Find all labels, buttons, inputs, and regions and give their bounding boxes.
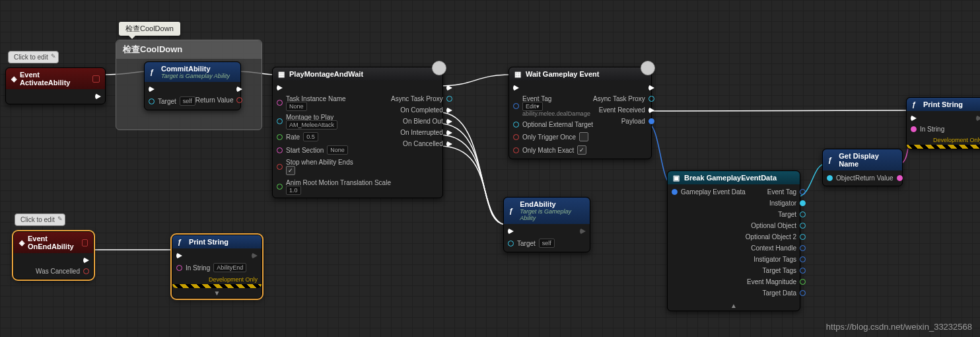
exec-out-pin[interactable] <box>976 115 980 122</box>
exec-in-pin[interactable] <box>911 115 917 122</box>
pin-once[interactable] <box>513 134 519 140</box>
pin-anim[interactable] <box>277 184 283 190</box>
pin-instring[interactable] <box>176 265 182 271</box>
pin-section[interactable] <box>277 147 283 153</box>
node-break[interactable]: ▣Break GameplayEventData Gameplay Event … <box>667 170 800 311</box>
pin-object[interactable] <box>827 175 833 181</box>
pin-oninterrupted[interactable] <box>446 130 452 136</box>
struct-icon: ▣ <box>673 174 681 182</box>
pin-optobj2[interactable] <box>800 234 806 240</box>
node-get-display-name[interactable]: ƒGet Display Name Object Return Value <box>822 149 903 186</box>
comment-tooltip: 检查CoolDown <box>119 22 180 36</box>
exec-in-pin[interactable] <box>513 85 519 91</box>
latent-icon: ◷ <box>432 61 446 75</box>
exec-in-pin[interactable] <box>277 85 283 91</box>
pin-targdata[interactable] <box>800 290 806 296</box>
exec-out-pin[interactable] <box>83 257 89 264</box>
pin-optional-target[interactable] <box>513 122 519 128</box>
pin-instigator[interactable] <box>800 200 806 206</box>
exec-in-pin[interactable] <box>176 252 182 259</box>
node-end-ability[interactable]: ƒEndAbilityTarget is Gameplay Ability Ta… <box>503 197 590 252</box>
expand-arrow[interactable]: ▼ <box>172 288 262 298</box>
pin-return[interactable] <box>897 175 903 181</box>
pin-taskname[interactable] <box>277 100 283 106</box>
delegate-pin <box>92 75 100 83</box>
exec-out-pin[interactable] <box>648 85 654 91</box>
pin-insttags[interactable] <box>800 256 806 262</box>
pin-oncancelled[interactable] <box>446 141 452 147</box>
exec-out-pin[interactable] <box>95 93 101 100</box>
delegate-pin <box>82 239 88 246</box>
node-commit-ability[interactable]: ƒCommitAbilityTarget is Gameplay Ability… <box>144 61 241 110</box>
node-event-activate[interactable]: ◈Event ActivateAbility <box>5 67 106 104</box>
node-wait-event[interactable]: ◷ ▦Wait Gameplay Event Event TagEdit▾abi… <box>508 67 652 159</box>
pin-stop[interactable] <box>277 164 283 170</box>
function-icon: ƒ <box>150 68 158 76</box>
pin-received[interactable] <box>648 107 654 114</box>
node-icon: ▦ <box>278 70 286 78</box>
node-play-montage[interactable]: ◷ ▦PlayMontageAndWait Task Instance Name… <box>272 67 443 198</box>
edit-bubble-1[interactable]: Click to edit <box>8 51 59 63</box>
pin-proxy[interactable] <box>446 96 452 102</box>
function-icon: ƒ <box>828 156 835 164</box>
pin-payload[interactable] <box>648 118 654 124</box>
function-icon: ƒ <box>912 100 920 108</box>
pin-in[interactable] <box>672 189 678 195</box>
pin-targtags[interactable] <box>800 268 806 274</box>
pin-instring[interactable] <box>911 126 917 132</box>
pin-montage[interactable] <box>277 118 283 124</box>
function-icon: ƒ <box>509 207 516 215</box>
event-icon: ◈ <box>11 75 17 83</box>
node-event-onend[interactable]: ◈Event OnEndAbility Was Cancelled <box>13 231 94 280</box>
exec-in-pin[interactable] <box>149 86 155 93</box>
pin-wascancelled[interactable] <box>83 268 89 274</box>
pin-rate[interactable] <box>277 134 283 140</box>
expand-arrow[interactable]: ▲ <box>668 301 800 311</box>
pin-target[interactable] <box>508 241 514 246</box>
exec-out-pin[interactable] <box>236 86 242 93</box>
comment-title: 检查CoolDown <box>116 40 262 59</box>
node-print-string-1[interactable]: ƒPrint String In StringAbilityEnd Develo… <box>172 235 262 299</box>
checkbox-once[interactable] <box>579 132 588 141</box>
pin-onblendout[interactable] <box>446 118 452 125</box>
pin-proxy[interactable] <box>648 96 654 102</box>
hazard-bar <box>907 145 980 149</box>
exec-out-pin[interactable] <box>446 85 452 91</box>
checkbox-stop[interactable]: ✓ <box>286 166 295 175</box>
pin-exact[interactable] <box>513 147 519 153</box>
latent-icon: ◷ <box>641 61 655 75</box>
edit-bubble-2[interactable]: Click to edit <box>15 213 65 226</box>
target-pin[interactable] <box>149 98 155 104</box>
function-icon: ƒ <box>178 238 186 246</box>
pin-context[interactable] <box>800 245 806 251</box>
node-icon: ▦ <box>514 70 522 78</box>
checkbox-exact[interactable]: ✓ <box>577 145 586 155</box>
return-pin[interactable] <box>236 97 242 103</box>
node-print-string-2[interactable]: ƒPrint String In String Development Only <box>906 97 980 149</box>
pin-tag[interactable] <box>513 103 519 109</box>
pin-target[interactable] <box>800 211 806 217</box>
pin-magnitude[interactable] <box>800 279 806 285</box>
exec-out-pin[interactable] <box>252 252 258 259</box>
watermark: https://blog.csdn.net/weixin_33232568 <box>826 322 972 332</box>
exec-out-pin[interactable] <box>580 228 586 235</box>
pin-oncompleted[interactable] <box>446 107 452 114</box>
pin-eventtag[interactable] <box>800 189 806 195</box>
event-icon: ◈ <box>19 239 24 247</box>
exec-in-pin[interactable] <box>508 228 514 235</box>
pin-optobj[interactable] <box>800 223 806 229</box>
